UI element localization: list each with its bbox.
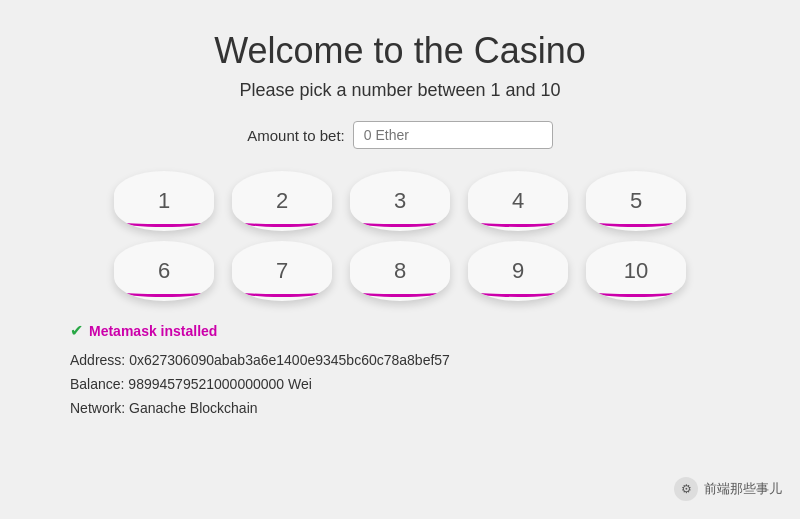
number-btn-4[interactable]: 4 [468, 171, 568, 231]
numbers-grid: 1 2 3 4 5 6 7 8 9 10 [114, 171, 686, 301]
number-btn-2[interactable]: 2 [232, 171, 332, 231]
bet-row: Amount to bet: [247, 121, 553, 149]
number-btn-8[interactable]: 8 [350, 241, 450, 301]
page-subtitle: Please pick a number between 1 and 10 [239, 80, 560, 101]
number-btn-6[interactable]: 6 [114, 241, 214, 301]
number-btn-9[interactable]: 9 [468, 241, 568, 301]
network-line: Network: Ganache Blockchain [70, 400, 780, 416]
balance-line: Balance: 98994579521000000000 Wei [70, 376, 780, 392]
address-line: Address: 0x627306090abab3a6e1400e9345bc6… [70, 352, 780, 368]
bet-input[interactable] [353, 121, 553, 149]
bet-label: Amount to bet: [247, 127, 345, 144]
number-btn-5[interactable]: 5 [586, 171, 686, 231]
numbers-row-1: 1 2 3 4 5 [114, 171, 686, 231]
page-title: Welcome to the Casino [214, 30, 586, 72]
watermark-icon: ⚙ [674, 477, 698, 501]
watermark-text: 前端那些事儿 [704, 480, 782, 498]
number-btn-3[interactable]: 3 [350, 171, 450, 231]
number-btn-7[interactable]: 7 [232, 241, 332, 301]
numbers-row-2: 6 7 8 9 10 [114, 241, 686, 301]
status-section: ✔ Metamask installed Address: 0x62730609… [20, 321, 780, 424]
number-btn-10[interactable]: 10 [586, 241, 686, 301]
metamask-label: Metamask installed [89, 323, 217, 339]
number-btn-1[interactable]: 1 [114, 171, 214, 231]
watermark: ⚙ 前端那些事儿 [674, 477, 782, 501]
check-icon: ✔ [70, 321, 83, 340]
metamask-status: ✔ Metamask installed [70, 321, 780, 340]
